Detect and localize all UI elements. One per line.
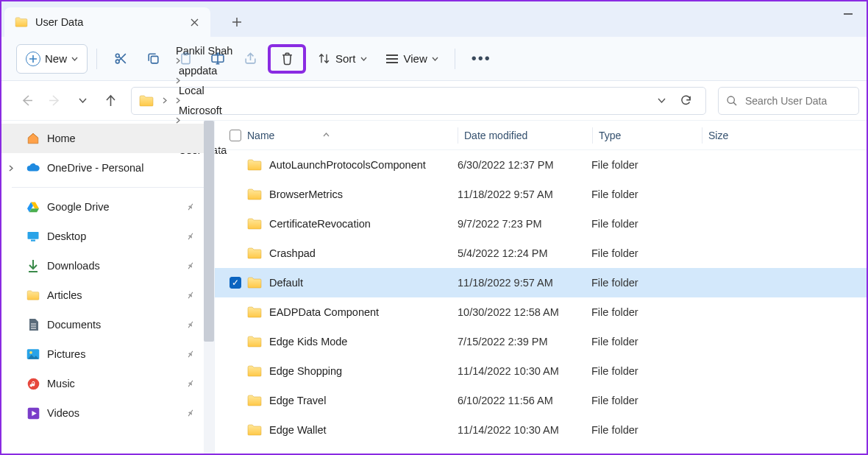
svg-rect-2 — [151, 56, 158, 63]
table-row[interactable]: CertificateRevocation9/7/2022 7:23 PMFil… — [215, 209, 867, 239]
file-type: File folder — [591, 188, 700, 200]
pin-icon[interactable] — [185, 260, 197, 272]
table-row[interactable]: Edge Wallet11/14/2022 10:30 AMFile folde… — [215, 415, 867, 445]
chevron-right-icon[interactable] — [9, 165, 13, 172]
search-box[interactable] — [718, 87, 859, 115]
address-dropdown[interactable] — [658, 98, 666, 103]
file-type: File folder — [591, 218, 700, 230]
breadcrumb-segment[interactable]: Local — [179, 85, 204, 96]
item-icon — [26, 230, 40, 243]
file-name: Default — [269, 277, 303, 289]
search-icon — [726, 95, 738, 107]
folder-icon — [247, 395, 262, 406]
chevron-right-icon[interactable] — [176, 97, 235, 104]
column-date[interactable]: Date modified — [458, 130, 592, 141]
sidebar-item-label: Articles — [47, 289, 82, 301]
row-checkbox[interactable]: ✓ — [230, 277, 241, 289]
scissors-icon — [113, 52, 128, 66]
folder-icon — [247, 306, 262, 318]
up-button[interactable] — [99, 89, 122, 113]
chevron-right-icon[interactable] — [163, 97, 167, 104]
file-date: 10/30/2022 12:58 AM — [458, 306, 591, 318]
column-size[interactable]: Size — [702, 130, 867, 141]
view-list-icon — [385, 52, 399, 66]
sidebar-item[interactable]: Videos — [1, 398, 214, 428]
new-button[interactable]: New — [16, 44, 88, 74]
table-row[interactable]: AutoLaunchProtocolsComponent6/30/2022 12… — [215, 150, 867, 180]
recent-locations-button[interactable] — [71, 89, 94, 113]
close-tab-button[interactable] — [188, 16, 200, 28]
sort-button[interactable]: Sort — [309, 44, 374, 74]
file-type: File folder — [591, 424, 700, 436]
address-row: Pankil ShahappdataLocalMicrosoftEdgeUser… — [1, 81, 867, 121]
file-type: File folder — [591, 247, 700, 259]
sidebar-item[interactable]: Music — [1, 369, 214, 398]
svg-rect-8 — [31, 240, 35, 241]
paste-button[interactable] — [171, 44, 200, 74]
chevron-right-icon[interactable] — [176, 77, 235, 84]
folder-icon — [139, 95, 154, 107]
refresh-button[interactable] — [673, 88, 698, 113]
file-name: EADPData Component — [269, 306, 379, 318]
sidebar-item-home[interactable]: Home — [1, 124, 214, 153]
table-row[interactable]: ✓Default11/18/2022 9:57 AMFile folder — [215, 268, 867, 297]
file-type: File folder — [591, 365, 700, 377]
more-button[interactable]: ••• — [464, 44, 499, 74]
pin-icon[interactable] — [185, 230, 197, 243]
search-input[interactable] — [745, 95, 851, 107]
table-row[interactable]: Edge Travel6/10/2022 11:56 AMFile folder — [215, 386, 867, 415]
folder-icon — [247, 188, 262, 200]
view-button[interactable]: View — [377, 44, 446, 74]
address-bar[interactable]: Pankil ShahappdataLocalMicrosoftEdgeUser… — [131, 87, 706, 115]
scrollbar-thumb[interactable] — [204, 121, 214, 342]
table-row[interactable]: Edge Kids Mode7/15/2022 2:39 PMFile fold… — [215, 327, 867, 356]
pin-icon[interactable] — [185, 348, 197, 361]
pin-icon[interactable] — [185, 201, 197, 214]
sidebar-item[interactable]: Pictures — [1, 339, 214, 369]
cut-button[interactable] — [106, 44, 135, 74]
item-icon — [26, 289, 40, 302]
pin-icon[interactable] — [185, 407, 197, 420]
sidebar-item-onedrive[interactable]: OneDrive - Personal — [1, 153, 214, 183]
share-icon — [243, 52, 257, 66]
sidebar-item[interactable]: Downloads — [1, 251, 214, 281]
select-all-checkbox[interactable] — [230, 130, 247, 141]
file-date: 9/7/2022 7:23 PM — [458, 218, 591, 230]
file-list: Name Date modified Type Size AutoLaunchP… — [215, 121, 867, 454]
new-tab-button[interactable] — [224, 9, 250, 35]
pin-icon[interactable] — [185, 289, 197, 302]
folder-icon — [247, 218, 262, 230]
copy-button[interactable] — [138, 44, 168, 74]
chevron-down-icon — [432, 57, 438, 61]
share-button[interactable] — [235, 44, 265, 74]
sidebar-item-label: Documents — [47, 319, 101, 331]
sidebar-item[interactable]: Articles — [1, 281, 214, 310]
table-row[interactable]: Edge Shopping11/14/2022 10:30 AMFile fol… — [215, 356, 867, 386]
table-row[interactable]: BrowserMetrics11/18/2022 9:57 AMFile fol… — [215, 180, 867, 209]
minimize-button[interactable] — [843, 9, 853, 19]
pin-icon[interactable] — [185, 319, 197, 331]
sidebar-item[interactable]: Desktop — [1, 222, 214, 251]
file-name: BrowserMetrics — [269, 188, 343, 200]
sidebar-item[interactable]: Google Drive — [1, 192, 214, 222]
clipboard-icon — [178, 52, 193, 66]
file-date: 11/18/2022 9:57 AM — [458, 277, 591, 289]
item-icon — [26, 259, 40, 272]
table-row[interactable]: EADPData Component10/30/2022 12:58 AMFil… — [215, 297, 867, 327]
column-name[interactable]: Name — [247, 130, 458, 141]
delete-button[interactable] — [268, 44, 306, 74]
forward-button[interactable] — [43, 89, 66, 113]
table-row[interactable]: Crashpad5/4/2022 12:24 PMFile folder — [215, 239, 867, 268]
sidebar-item-label: OneDrive - Personal — [47, 162, 143, 174]
sidebar-item[interactable]: Documents — [1, 310, 214, 339]
column-type[interactable]: Type — [593, 130, 702, 141]
file-date: 11/14/2022 10:30 AM — [458, 365, 591, 377]
back-button[interactable] — [15, 89, 38, 113]
breadcrumb-segment[interactable]: Microsoft — [179, 105, 222, 116]
file-name: Crashpad — [269, 247, 316, 259]
active-tab[interactable]: User Data — [4, 7, 210, 37]
tab-bar: User Data — [1, 1, 867, 37]
pin-icon[interactable] — [185, 378, 197, 390]
item-icon — [26, 406, 40, 420]
tab-title: User Data — [35, 16, 181, 28]
